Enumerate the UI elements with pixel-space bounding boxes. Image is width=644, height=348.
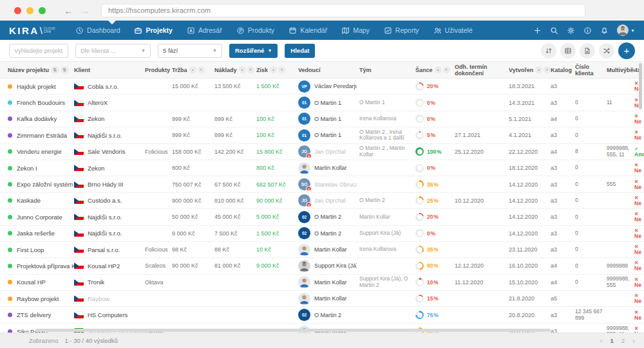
column-header-cislo-klienta[interactable]: Číslo klienta: [575, 64, 607, 77]
grid-icon[interactable]: [560, 43, 576, 59]
sort-desc-icon[interactable]: ▼: [443, 66, 450, 73]
sort-asc-icon[interactable]: ▲: [435, 66, 442, 73]
nav-item-mapy[interactable]: Mapy: [334, 21, 377, 40]
team-cell: Support Kira (Já), O Martin 2: [359, 276, 415, 288]
search-button[interactable]: Hledat: [285, 44, 315, 58]
client-number-cell: 0: [575, 263, 607, 270]
table-row[interactable]: Zimrmann EstrádaNajdiŠi s.r.o.999 Kč899 …: [0, 127, 644, 143]
page-1[interactable]: 1: [610, 337, 613, 344]
status-dot: [8, 280, 12, 284]
sort-desc-icon[interactable]: ▼: [544, 66, 551, 73]
table-row[interactable]: ZTS deliveryHS Computers02O Martin 275 %…: [0, 307, 644, 323]
sort-asc-icon[interactable]: ▲: [535, 66, 542, 73]
briefcase-icon: [134, 26, 142, 35]
search-icon[interactable]: [550, 26, 558, 35]
browser-back-icon[interactable]: ←: [64, 5, 73, 16]
phase-filter-select[interactable]: 5 fází ▼: [158, 44, 222, 58]
revenue-cell: 15 000 Kč: [172, 83, 214, 89]
nav-item-uzivatele[interactable]: Uživatelé: [426, 21, 480, 40]
file-export-icon[interactable]: [580, 43, 595, 59]
nav-item-dashboard[interactable]: Dashboard: [68, 21, 127, 40]
status-dot: [8, 198, 12, 203]
maximize-window-icon[interactable]: [39, 7, 46, 14]
sort-desc-icon[interactable]: ▼: [247, 66, 254, 73]
avatar: 01: [298, 129, 310, 142]
revenue-cell: 9 000 Kč: [172, 230, 214, 237]
column-header-naklady[interactable]: Náklady▲▼: [214, 66, 256, 73]
page-2[interactable]: 2: [621, 337, 625, 344]
gear-icon[interactable]: [567, 26, 575, 35]
table-row[interactable]: Raybow projektRaybowMartin Kollar15 %21.…: [0, 291, 644, 307]
horizontal-scrollbar[interactable]: [35, 329, 551, 332]
column-header-vedouci[interactable]: Vedoucí: [298, 67, 359, 73]
chevron-down-icon: ▼: [267, 48, 272, 53]
table-row[interactable]: Expo záložní systémBrno Hády III750 007 …: [0, 176, 644, 192]
sort-asc-icon[interactable]: ▲: [239, 66, 246, 73]
sort-icon[interactable]: [541, 43, 556, 59]
results-label: Zobrazeno: [29, 337, 58, 344]
table-row[interactable]: First LoopParsal s.r.o.Folicious98 Kč88 …: [0, 242, 644, 258]
lead-name: O Martin 2: [314, 312, 341, 318]
team-cell: Martin Kollar: [359, 214, 415, 221]
czech-flag-icon: [74, 83, 84, 89]
info-icon[interactable]: [583, 26, 592, 35]
add-project-button[interactable]: +: [618, 42, 635, 59]
sort-asc-icon[interactable]: ▲: [189, 66, 196, 73]
bell-icon[interactable]: [600, 26, 609, 35]
client-name: Tronik: [88, 279, 104, 286]
column-header-trzba[interactable]: Tržba▲▼: [172, 66, 214, 73]
table-row[interactable]: Jaska rešeršeNajdiŠi s.r.o.9 000 Kč7 500…: [0, 226, 644, 242]
column-header-multivyber[interactable]: Multivýběr: [607, 67, 634, 73]
plus-icon[interactable]: [533, 26, 542, 35]
minimize-window-icon[interactable]: [26, 7, 33, 14]
column-header-vytvoren[interactable]: Vytvořen▲▼: [509, 66, 551, 73]
column-header-sance[interactable]: Šance▲▼: [415, 66, 455, 73]
kira-logo[interactable]: KIRA \ CLOUDCRM: [9, 25, 55, 36]
browser-forward-icon[interactable]: →: [80, 5, 90, 16]
x4-cell: ✕Ne: [634, 113, 644, 125]
shuffle-icon[interactable]: [599, 43, 614, 59]
column-header-zisk[interactable]: Zisk▲▼: [256, 66, 298, 73]
table-row[interactable]: French BoudouirsAlteroX01O Martin 1O Mar…: [0, 95, 644, 111]
table-row[interactable]: Kafka dodávkyZekon999 Kč899 Kč100 Kč01O …: [0, 111, 644, 127]
column-header-klient[interactable]: Klient: [74, 67, 145, 73]
client-filter-select[interactable]: Dle klienta ... ▼: [75, 44, 151, 58]
column-header-katalog[interactable]: Katalog: [551, 67, 575, 73]
table-row[interactable]: Venderu energieSale VendorisFolicious158…: [0, 144, 644, 160]
sort-icon[interactable]: ⇅: [61, 66, 69, 74]
sort-icon[interactable]: ⇅: [51, 66, 59, 74]
vertical-scrollbar[interactable]: [639, 63, 642, 109]
sort-desc-icon[interactable]: ▼: [278, 66, 285, 73]
table-row[interactable]: Hajduk projektCobla s.r.o.15 000 Kč13 50…: [0, 78, 644, 95]
close-window-icon[interactable]: [14, 7, 21, 14]
table-row[interactable]: Junno CorporateNajdiŠi s.r.o.50 000 Kč45…: [0, 209, 644, 225]
sort-asc-icon[interactable]: ▲: [270, 66, 277, 73]
user-avatar-menu[interactable]: ▼: [617, 24, 635, 36]
chance-cell: 35 %: [415, 180, 455, 188]
client-name: NajdiŠi s.r.o.: [88, 132, 122, 139]
column-header-tym[interactable]: Tým: [359, 67, 415, 73]
nav-item-projekty[interactable]: Projekty: [127, 21, 179, 40]
sort-desc-icon[interactable]: ▼: [198, 66, 205, 73]
column-header-produkty[interactable]: Produkty: [145, 67, 172, 73]
catalog-cell: a4: [551, 149, 575, 155]
next-page-icon[interactable]: ›: [632, 336, 635, 345]
avatar-inactive: JO✕: [298, 194, 310, 206]
table-row[interactable]: Kousal HPTronikOktavaMartin KollarSuppor…: [0, 275, 644, 291]
nav-item-adresar[interactable]: Adresář: [180, 21, 229, 40]
table-row[interactable]: Zekon IZekon800 Kč800 KčMartin Kollar0 %…: [0, 160, 644, 176]
project-search-input[interactable]: [9, 44, 68, 58]
nav-item-reporty[interactable]: Reporty: [377, 21, 426, 40]
chance-percent: 0 %: [427, 100, 435, 106]
address-bar[interactable]: https://hscomputers.kiracrm.com: [101, 4, 585, 17]
nav-item-produkty[interactable]: Produkty: [229, 21, 281, 40]
table-row[interactable]: Projektová příprava KousalKousal HP2Scal…: [0, 258, 644, 274]
products-cell: Folicious: [145, 246, 172, 253]
column-header-nazev-projektu[interactable]: Název projektu⇅⇅: [8, 66, 74, 74]
czech-flag-icon: [74, 100, 84, 106]
prev-page-icon[interactable]: ‹: [600, 336, 602, 345]
nav-item-kalendar[interactable]: Kalendář: [281, 21, 334, 40]
advanced-filter-button[interactable]: Rozšířené ▼: [229, 44, 278, 58]
column-header-odh-termin-dokonceni[interactable]: Odh. termín dokončení: [455, 64, 509, 77]
table-row[interactable]: KaskadeCustodo a.s.900 000 Kč810 000 Kč9…: [0, 193, 644, 209]
